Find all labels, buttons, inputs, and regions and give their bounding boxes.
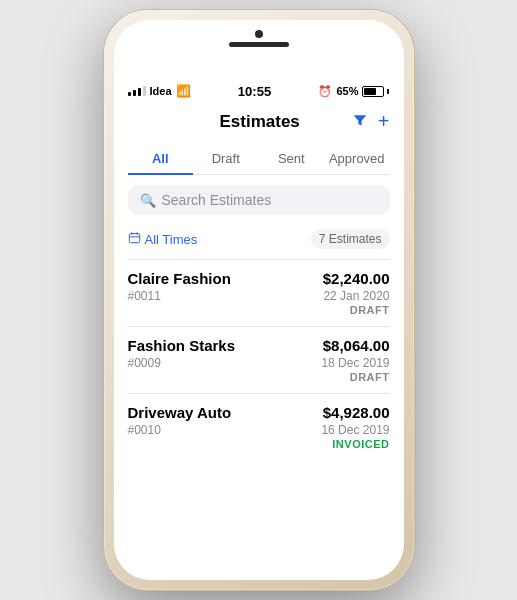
all-times-filter[interactable]: All Times	[128, 231, 198, 247]
phone-frame: Idea 📶 10:55 ⏰ 65% Estimates	[104, 10, 414, 590]
phone-screen: Idea 📶 10:55 ⏰ 65% Estimates	[114, 20, 404, 580]
estimate-date: 22 Jan 2020	[323, 289, 389, 303]
battery-percent: 65%	[336, 85, 358, 97]
filter-row: All Times 7 Estimates	[128, 225, 390, 259]
add-button[interactable]: +	[378, 110, 390, 133]
estimate-row-top: Driveway Auto $4,928.00	[128, 404, 390, 421]
estimates-list: Claire Fashion $2,240.00 #0011 22 Jan 20…	[128, 259, 390, 460]
estimate-id: #0009	[128, 356, 161, 370]
estimate-status-row: DRAFT	[128, 371, 390, 383]
status-left: Idea 📶	[128, 84, 191, 98]
page-title: Estimates	[168, 112, 352, 132]
signal-bars	[128, 86, 146, 96]
header-actions: +	[352, 110, 390, 133]
calendar-icon	[128, 231, 141, 247]
svg-rect-0	[129, 234, 139, 243]
estimate-row-top: Fashion Starks $8,064.00	[128, 337, 390, 354]
tab-all[interactable]: All	[128, 143, 194, 174]
estimate-amount: $2,240.00	[323, 270, 390, 287]
search-bar[interactable]: 🔍 Search Estimates	[128, 185, 390, 215]
signal-bar-3	[138, 88, 141, 96]
estimate-row-top: Claire Fashion $2,240.00	[128, 270, 390, 287]
battery-fill	[364, 88, 376, 95]
alarm-icon: ⏰	[318, 85, 332, 98]
estimate-sub: #0009 18 Dec 2019	[128, 356, 390, 370]
signal-bar-4	[143, 86, 146, 96]
camera-dot	[255, 30, 263, 38]
estimate-sub: #0011 22 Jan 2020	[128, 289, 390, 303]
battery-body	[362, 86, 384, 97]
carrier-name: Idea	[150, 85, 172, 97]
tab-sent[interactable]: Sent	[259, 143, 325, 174]
search-icon: 🔍	[140, 193, 156, 208]
estimate-amount: $4,928.00	[323, 404, 390, 421]
status-time: 10:55	[238, 84, 271, 99]
list-item[interactable]: Fashion Starks $8,064.00 #0009 18 Dec 20…	[128, 326, 390, 393]
tab-draft[interactable]: Draft	[193, 143, 259, 174]
status-badge: INVOICED	[332, 438, 389, 450]
signal-bar-1	[128, 92, 131, 96]
app-header: Estimates +	[128, 102, 390, 143]
search-placeholder: Search Estimates	[162, 192, 272, 208]
signal-bar-2	[133, 90, 136, 96]
estimate-sub: #0010 16 Dec 2019	[128, 423, 390, 437]
wifi-icon: 📶	[176, 84, 191, 98]
speaker-bar	[229, 42, 289, 47]
estimate-id: #0011	[128, 289, 161, 303]
estimate-name: Driveway Auto	[128, 404, 232, 421]
status-badge: DRAFT	[350, 371, 390, 383]
estimate-status-row: INVOICED	[128, 438, 390, 450]
battery-tip	[387, 89, 389, 94]
app-content: Estimates + All Draft Sent Approved	[114, 102, 404, 460]
estimate-name: Claire Fashion	[128, 270, 231, 287]
battery-icon	[362, 86, 389, 97]
filter-icon[interactable]	[352, 112, 368, 132]
estimate-status-row: DRAFT	[128, 304, 390, 316]
estimate-date: 18 Dec 2019	[321, 356, 389, 370]
estimate-date: 16 Dec 2019	[321, 423, 389, 437]
status-bar: Idea 📶 10:55 ⏰ 65%	[114, 80, 404, 102]
list-item[interactable]: Claire Fashion $2,240.00 #0011 22 Jan 20…	[128, 259, 390, 326]
tab-approved[interactable]: Approved	[324, 143, 390, 174]
status-right: ⏰ 65%	[318, 85, 389, 98]
list-item[interactable]: Driveway Auto $4,928.00 #0010 16 Dec 201…	[128, 393, 390, 460]
estimate-id: #0010	[128, 423, 161, 437]
estimate-count: 7 Estimates	[311, 229, 390, 249]
phone-top-bar	[114, 20, 404, 80]
estimate-name: Fashion Starks	[128, 337, 236, 354]
status-badge: DRAFT	[350, 304, 390, 316]
estimate-amount: $8,064.00	[323, 337, 390, 354]
tab-bar: All Draft Sent Approved	[128, 143, 390, 175]
all-times-label: All Times	[145, 232, 198, 247]
